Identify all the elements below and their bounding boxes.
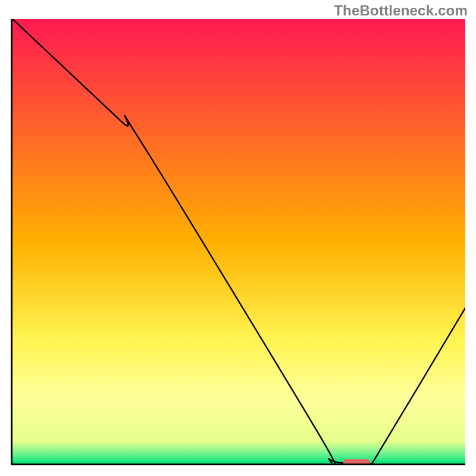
chart-svg — [11, 19, 465, 465]
chart-plot-area — [11, 19, 465, 465]
watermark-text: TheBottleneck.com — [334, 2, 468, 19]
chart-gradient-rect — [12, 19, 465, 464]
